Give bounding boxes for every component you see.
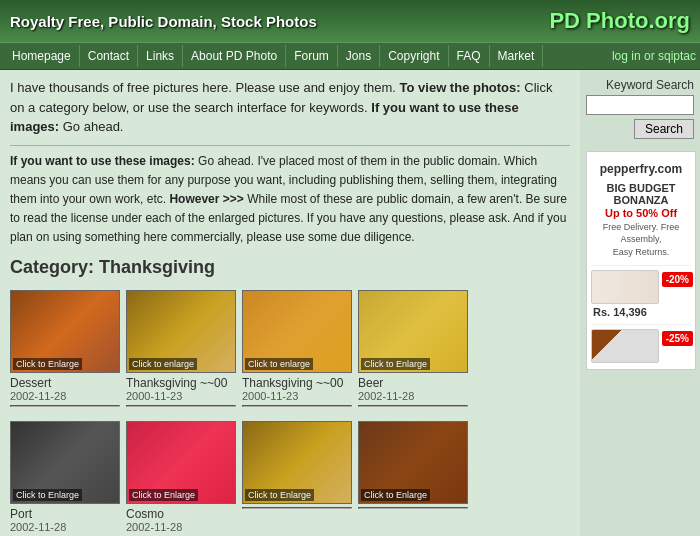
photo-thumb-4: Click to Enlarge — [10, 421, 120, 504]
photo-thumb-0: Click to Enlarge — [10, 290, 120, 373]
photo-date-2: 2000-11-23 — [242, 390, 352, 402]
ad-brand-text: pepperfry — [600, 162, 654, 176]
photo-thumb-3: Click to Enlarge — [358, 290, 468, 373]
nav-faq[interactable]: FAQ — [449, 45, 490, 67]
ad-item-2-discount: -25% — [662, 331, 693, 346]
signup-link[interactable]: sqiptac — [658, 49, 696, 63]
intro-text3: Go ahead. — [59, 119, 123, 134]
ad-item-2-image — [591, 329, 659, 363]
photo-thumb-1: Click to enlarge — [126, 290, 236, 373]
photo-label-5: Click to Enlarge — [129, 489, 198, 501]
search-button[interactable]: Search — [634, 119, 694, 139]
intro-bold1: To view the photos: — [400, 80, 521, 95]
nav-or: or — [644, 49, 655, 63]
intro-paragraph: I have thousands of free pictures here. … — [10, 78, 570, 137]
photo-label-6: Click to Enlarge — [245, 489, 314, 501]
ad-tagline: BIG BUDGET BONANZA — [591, 182, 691, 206]
site-subtitle: Royalty Free, Public Domain, Stock Photo… — [10, 13, 317, 30]
photo-divider-0 — [10, 405, 120, 407]
photo-divider-2 — [242, 405, 352, 407]
login-link[interactable]: log in — [612, 49, 641, 63]
photo-divider-7 — [358, 507, 468, 509]
site-header: Royalty Free, Public Domain, Stock Photo… — [0, 0, 700, 42]
ad-brand-suffix: .com — [654, 162, 682, 176]
nav-about[interactable]: About PD Photo — [183, 45, 286, 67]
photo-thumb-5: Click to Enlarge — [126, 421, 236, 504]
photo-date-5: 2002-11-28 — [126, 521, 236, 533]
photo-name-1: Thanksgiving ~~00 — [126, 376, 236, 390]
ad-sub: Up to 50% Off — [591, 207, 691, 219]
photo-item-1[interactable]: Click to enlargeThanksgiving ~~002000-11… — [126, 290, 236, 407]
logo-suffix: .org — [648, 8, 690, 33]
category-heading: Category: Thanksgiving — [10, 257, 570, 278]
photo-label-3: Click to Enlarge — [361, 358, 430, 370]
photo-label-1: Click to enlarge — [129, 358, 197, 370]
photo-item-7[interactable]: Click to Enlarge — [358, 421, 468, 536]
nav-links[interactable]: Links — [138, 45, 183, 67]
photo-name-5: Cosmo — [126, 507, 236, 521]
usage-bold1: If you want to use these images: — [10, 154, 195, 168]
logo-text: PD Photo — [549, 8, 648, 33]
ad-item-1-image — [591, 270, 659, 304]
usage-paragraph: If you want to use these images: Go ahea… — [10, 145, 570, 248]
ad-item-1: -20% — [591, 265, 691, 304]
photo-label-7: Click to Enlarge — [361, 489, 430, 501]
ad-subsub: Free Delivery. Free Assembly,Easy Return… — [591, 221, 691, 259]
photo-name-0: Dessert — [10, 376, 120, 390]
photo-date-0: 2002-11-28 — [10, 390, 120, 402]
nav-contact[interactable]: Contact — [80, 45, 138, 67]
photo-thumb-6: Click to Enlarge — [242, 421, 352, 504]
ad-box: pepperfry.com BIG BUDGET BONANZA Up to 5… — [586, 151, 696, 370]
usage-bold2: However >>> — [169, 192, 243, 206]
site-logo: PD Photo.org — [549, 8, 690, 34]
search-input[interactable] — [586, 95, 694, 115]
intro-text1: I have thousands of free pictures here. … — [10, 80, 400, 95]
main-content: I have thousands of free pictures here. … — [0, 70, 580, 536]
ad-brand: pepperfry.com — [591, 158, 691, 178]
nav-market[interactable]: Market — [490, 45, 544, 67]
photo-grid: Click to EnlargeDessert2002-11-28Click t… — [10, 290, 570, 536]
photo-label-4: Click to Enlarge — [13, 489, 82, 501]
photo-item-6[interactable]: Click to Enlarge — [242, 421, 352, 536]
photo-item-4[interactable]: Click to EnlargePort2002-11-28 — [10, 421, 120, 536]
ad-item-2: -25% — [591, 324, 691, 363]
photo-item-0[interactable]: Click to EnlargeDessert2002-11-28 — [10, 290, 120, 407]
ad-item-1-price: Rs. 14,396 — [591, 306, 691, 318]
photo-item-5[interactable]: Click to EnlargeCosmo2002-11-28 — [126, 421, 236, 536]
photo-date-1: 2000-11-23 — [126, 390, 236, 402]
photo-item-3[interactable]: Click to EnlargeBeer2002-11-28 — [358, 290, 468, 407]
nav-homepage[interactable]: Homepage — [4, 45, 80, 67]
photo-date-3: 2002-11-28 — [358, 390, 468, 402]
photo-thumb-7: Click to Enlarge — [358, 421, 468, 504]
ad-item-1-discount: -20% — [662, 272, 693, 287]
photo-label-2: Click to enlarge — [245, 358, 313, 370]
photo-divider-3 — [358, 405, 468, 407]
photo-divider-1 — [126, 405, 236, 407]
photo-divider-6 — [242, 507, 352, 509]
nav-login-area: log in or sqiptac — [612, 49, 696, 63]
keyword-search-label: Keyword Search — [586, 78, 694, 92]
nav-jons[interactable]: Jons — [338, 45, 380, 67]
photo-name-3: Beer — [358, 376, 468, 390]
content-wrapper: I have thousands of free pictures here. … — [0, 70, 700, 536]
photo-name-4: Port — [10, 507, 120, 521]
photo-date-4: 2002-11-28 — [10, 521, 120, 533]
navigation-bar: Homepage Contact Links About PD Photo Fo… — [0, 42, 700, 70]
nav-forum[interactable]: Forum — [286, 45, 338, 67]
photo-item-2[interactable]: Click to enlargeThanksgiving ~~002000-11… — [242, 290, 352, 407]
photo-thumb-2: Click to enlarge — [242, 290, 352, 373]
photo-label-0: Click to Enlarge — [13, 358, 82, 370]
nav-copyright[interactable]: Copyright — [380, 45, 448, 67]
sidebar: Keyword Search Search pepperfry.com BIG … — [580, 70, 700, 536]
photo-name-2: Thanksgiving ~~00 — [242, 376, 352, 390]
